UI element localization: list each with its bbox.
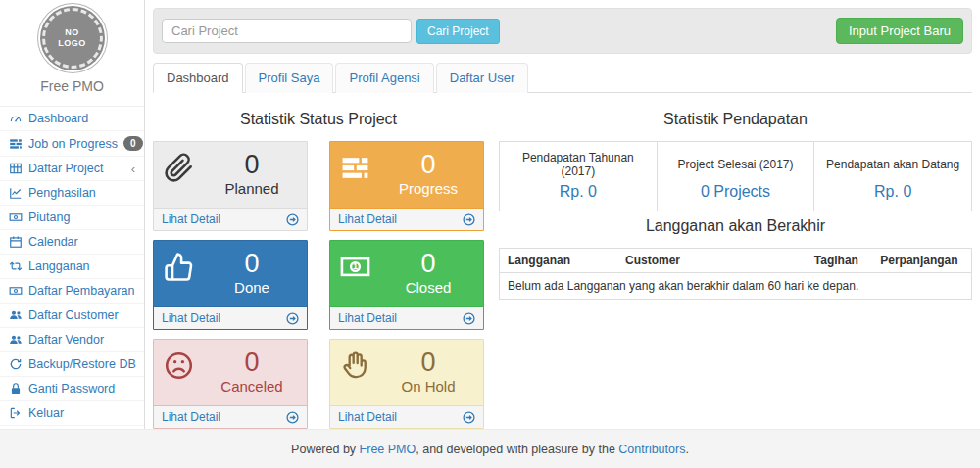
closed-count: 0: [381, 249, 475, 279]
arrow-circle-right-icon: [463, 312, 475, 325]
subscription-section: Langganan akan Berakhir Langganan Custom…: [499, 217, 972, 300]
status-section: Statistik Status Project 0 Planned: [153, 105, 484, 429]
income-header: Pendapatan Tahunan (2017): [500, 142, 658, 182]
canceled-label: Canceled: [205, 378, 299, 396]
onhold-count: 0: [381, 348, 475, 378]
income-value: 0 Projects: [657, 181, 814, 211]
sidebar-item-label: Piutang: [28, 211, 70, 224]
table-icon: [9, 162, 23, 175]
search-button[interactable]: Cari Project: [416, 19, 500, 44]
status-card-on-hold: 0 On Hold Lihat Detail: [329, 339, 484, 429]
page-footer: Powered by Free PMO, and developed with …: [0, 429, 980, 468]
detail-link-label: Lihat Detail: [338, 311, 397, 325]
status-cards-grid: 0 Planned Lihat Detail: [153, 141, 484, 429]
sidebar-item-daftar-project[interactable]: Daftar Project ‹: [0, 157, 144, 181]
arrow-circle-right-icon: [286, 213, 299, 226]
tasks-icon: [340, 150, 381, 204]
money-icon: [9, 284, 23, 298]
progress-label: Progress: [381, 180, 475, 198]
done-detail-link[interactable]: Lihat Detail: [154, 306, 307, 329]
hand-paper-icon: [340, 348, 381, 401]
sidebar-item-daftar-pembayaran[interactable]: Daftar Pembayaran: [0, 279, 144, 304]
detail-link-label: Lihat Detail: [338, 410, 397, 424]
project-search-bar: Cari Project Input Project Baru: [153, 8, 972, 54]
logo-area: NO LOGO Free PMO: [0, 0, 144, 106]
lock-icon: [9, 382, 23, 396]
retweet-icon: [9, 259, 23, 273]
sidebar-item-daftar-vendor[interactable]: Daftar Vendor: [0, 328, 144, 352]
income-section-title: Statistik Pendapatan: [499, 111, 972, 128]
tab-profil-saya[interactable]: Profil Saya: [245, 63, 334, 93]
closed-detail-link[interactable]: Lihat Detail: [330, 306, 483, 329]
sidebar-item-label: Ganti Password: [28, 382, 115, 396]
tab-daftar-user[interactable]: Daftar User: [436, 63, 528, 93]
footer-text: .: [685, 443, 688, 456]
sidebar-item-backup-restore-db[interactable]: Backup/Restore DB: [0, 352, 144, 377]
frown-icon: [164, 348, 205, 401]
progress-count: 0: [381, 150, 475, 180]
sidebar-item-langganan[interactable]: Langganan: [0, 255, 144, 279]
tasks-icon: [9, 137, 23, 151]
sidebar-item-ganti-password[interactable]: Ganti Password: [0, 377, 144, 401]
status-card-done: 0 Done Lihat Detail: [153, 240, 308, 330]
sidebar-item-keluar[interactable]: Keluar: [0, 401, 144, 426]
sidebar-item-penghasilan[interactable]: Penghasilan: [0, 181, 144, 206]
users-icon: [9, 333, 23, 347]
status-section-title: Statistik Status Project: [153, 111, 484, 128]
subscription-table: Langganan Customer Tagihan Perpanjangan …: [499, 248, 972, 300]
sidebar-item-piutang[interactable]: Piutang: [0, 206, 144, 230]
money-icon: [9, 211, 23, 224]
tab-profil-agensi[interactable]: Profil Agensi: [335, 63, 433, 93]
job-count-badge: 0: [123, 136, 143, 151]
sidebar-item-dashboard[interactable]: Dashboard: [0, 107, 144, 131]
sidebar-item-label: Penghasilan: [28, 186, 96, 200]
sidebar-item-label: Langganan: [28, 259, 90, 273]
search-input[interactable]: [162, 19, 412, 43]
tab-dashboard[interactable]: Dashboard: [153, 63, 243, 93]
logo-text-line1: NO: [65, 27, 79, 38]
status-card-closed: 1 0 Closed Lihat Detail: [329, 240, 484, 330]
column-header: Perpanjangan: [872, 249, 971, 273]
sidebar-item-label: Dashboard: [28, 112, 88, 125]
status-card-canceled: 0 Canceled Lihat Detail: [153, 339, 308, 429]
contributors-link[interactable]: Contributors: [618, 443, 685, 456]
sidebar-item-label: Backup/Restore DB: [28, 357, 136, 371]
app-window: NO LOGO Free PMO Dashboard Job on Progre: [0, 0, 980, 468]
right-panel: Statistik Pendapatan Pendapatan Tahunan …: [499, 105, 972, 429]
no-logo-badge: NO LOGO: [42, 8, 103, 69]
sidebar-item-job-on-progress[interactable]: Job on Progress 0: [0, 131, 144, 157]
dashboard-tabs: Dashboard Profil Saya Profil Agensi Daft…: [153, 62, 972, 93]
money-icon: 1: [340, 249, 381, 303]
sidebar-item-calendar[interactable]: Calendar: [0, 230, 144, 255]
free-pmo-link[interactable]: Free PMO: [360, 443, 416, 456]
footer-text: , and developed with pleasure by the: [416, 443, 618, 456]
detail-link-label: Lihat Detail: [162, 311, 220, 325]
done-count: 0: [205, 249, 299, 279]
brand-name: Free PMO: [0, 69, 144, 106]
status-card-progress: 0 Progress Lihat Detail: [329, 141, 484, 231]
arrow-circle-right-icon: [463, 213, 475, 226]
canceled-detail-link[interactable]: Lihat Detail: [154, 405, 307, 428]
income-value: Rp. 0: [814, 181, 972, 211]
planned-detail-link[interactable]: Lihat Detail: [154, 208, 307, 230]
income-header: Project Selesai (2017): [657, 142, 814, 182]
sidebar-item-label: Daftar Pembayaran: [28, 284, 134, 298]
detail-link-label: Lihat Detail: [338, 212, 397, 226]
sidebar-item-daftar-customer[interactable]: Daftar Customer: [0, 304, 144, 328]
income-value: Rp. 0: [500, 181, 658, 211]
column-header: Customer: [617, 249, 807, 273]
planned-label: Planned: [205, 180, 299, 198]
refresh-icon: [9, 357, 23, 371]
onhold-detail-link[interactable]: Lihat Detail: [330, 405, 483, 428]
sidebar-item-label: Daftar Vendor: [28, 333, 104, 347]
progress-detail-link[interactable]: Lihat Detail: [330, 208, 483, 230]
sidebar-menu: Dashboard Job on Progress 0 Daftar Proje…: [0, 106, 144, 426]
calendar-icon: [9, 235, 23, 249]
thumbs-up-icon: [164, 249, 205, 303]
new-project-button[interactable]: Input Project Baru: [836, 18, 963, 44]
sign-out-icon: [9, 406, 23, 420]
angle-left-icon: ‹: [131, 163, 135, 175]
sidebar-item-label: Job on Progress: [28, 137, 118, 151]
planned-count: 0: [205, 150, 299, 180]
line-chart-icon: [9, 186, 23, 200]
